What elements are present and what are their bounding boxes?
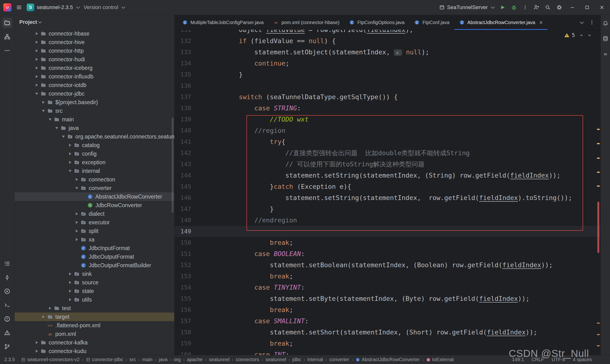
line-number[interactable]: 154 (174, 282, 191, 293)
tree-expander[interactable] (74, 238, 80, 241)
error-stripe[interactable] (596, 30, 600, 355)
code-line-158[interactable]: 158 statement.setShort(statementIndex, (… (174, 326, 600, 338)
code-line-156[interactable]: 156 break; (174, 304, 600, 315)
line-number[interactable]: 135 (174, 69, 191, 80)
tool-button-project[interactable] (2, 18, 12, 28)
tree-expander[interactable] (67, 170, 73, 172)
search-everywhere-icon[interactable] (545, 4, 551, 11)
breadcrumb-item-internal[interactable]: internal (308, 357, 323, 362)
line-number[interactable]: 149 (174, 226, 191, 237)
tree-expander[interactable] (34, 49, 40, 52)
tree-item-main[interactable]: main (14, 115, 174, 124)
line-number[interactable]: 158 (174, 326, 191, 338)
code-line-157[interactable]: 157 case SMALLINT: (174, 315, 600, 326)
breadcrumb-item-apache[interactable]: apache (187, 357, 203, 362)
hidden-tabs-chevron-icon[interactable] (580, 20, 584, 24)
tool-button-structure[interactable] (2, 32, 12, 42)
tree-expander[interactable] (47, 307, 53, 310)
tree-item-sink[interactable]: sink (14, 270, 174, 278)
tree-item-dialect[interactable]: dialect (14, 209, 174, 218)
tree-item-catalog[interactable]: catalog (14, 141, 174, 149)
line-number[interactable]: 148 (174, 215, 191, 226)
breadcrumb-item-org[interactable]: org (174, 357, 181, 362)
tree-item-internal[interactable]: internal (14, 167, 174, 175)
line-number[interactable]: 153 (174, 271, 191, 282)
git-branch-widget[interactable]: 2.3.5 (4, 357, 15, 362)
tree-item-connector-influxdb[interactable]: connector-influxdb (14, 72, 174, 81)
code-line-149[interactable]: 149 (174, 226, 600, 237)
tool-button-branch[interactable] (2, 342, 12, 351)
breadcrumb-item-AbstractJdbcRowConverter[interactable]: CAbstractJdbcRowConverter (355, 357, 419, 362)
code-line-155[interactable]: 155 statement.setByte(statementIndex, (B… (174, 293, 600, 304)
tool-button-run[interactable] (2, 286, 12, 296)
warning-stripe-mark[interactable] (597, 345, 600, 346)
breadcrumb-item-connector-jdbc[interactable]: connector-jdbc (86, 357, 123, 362)
tree-expander[interactable] (34, 350, 40, 352)
line-number[interactable]: 160 (174, 349, 191, 355)
scrollbar-thumb[interactable] (597, 202, 599, 253)
breadcrumb-item-src[interactable]: src (130, 357, 136, 362)
tree-item-executor[interactable]: executor (14, 218, 174, 227)
line-number[interactable]: 133 (174, 47, 191, 58)
maximize-button[interactable] (582, 4, 592, 10)
line-number[interactable]: 150 (174, 237, 191, 248)
code-line-133[interactable]: 133 statement.setObject(statementIndex, … (174, 47, 600, 58)
tree-expander[interactable] (40, 315, 47, 318)
tree-item-connector-jdbc[interactable]: connector-jdbc (14, 89, 174, 98)
tree-expander[interactable] (67, 273, 73, 275)
tree-item-test[interactable]: test (14, 304, 174, 312)
line-number[interactable]: 138 (174, 103, 191, 114)
run-button[interactable] (499, 4, 506, 11)
code-line-142[interactable]: 142 //直接类型强转会出问题 比如double类型就不能转成String (174, 147, 600, 158)
main-menu-icon[interactable] (16, 4, 22, 11)
code-line-143[interactable]: 143 // 可以使用下面的toString解决这种类型问题 (174, 158, 600, 170)
code-line-132[interactable]: 132 if (fieldValue == null) { (174, 35, 600, 47)
tree-expander[interactable] (34, 341, 40, 344)
tree-item-JdbcInputFormat[interactable]: CJdbcInputFormat (14, 244, 174, 252)
tree-scrollbar[interactable] (172, 117, 174, 213)
warning-stripe-mark[interactable] (597, 172, 600, 173)
tree-item-target[interactable]: target (14, 312, 174, 321)
line-number[interactable]: 151 (174, 248, 191, 259)
tree-expander[interactable] (67, 152, 73, 155)
tab-FtpConf.java[interactable]: CFtpConf.java (409, 15, 454, 30)
warning-stripe-mark[interactable] (597, 185, 600, 187)
line-number[interactable]: 146 (174, 192, 191, 203)
tree-expander[interactable] (34, 84, 40, 87)
breadcrumb-item-toExternal[interactable]: mtoExternal (426, 357, 454, 362)
tree-item-org.apache.seatunnel.connectors.seatunnel.jdbc[interactable]: org.apache.seatunnel.connectors.seatunne… (14, 132, 174, 141)
breadcrumb-item-seatunnel[interactable]: seatunnel (209, 357, 230, 362)
tree-expander[interactable] (34, 32, 40, 35)
close-tab-icon[interactable]: × (539, 19, 543, 26)
run-configuration-selector[interactable]: SeaTunnelServer (439, 4, 494, 11)
next-warning-icon[interactable] (587, 33, 592, 38)
code-line-145[interactable]: 145 }catch (Exception e){ (174, 181, 600, 192)
tree-expander[interactable] (67, 290, 73, 292)
tree-expander[interactable] (74, 178, 80, 181)
tool-button-maven-mono[interactable]: m (600, 49, 610, 59)
breadcrumb-item-java[interactable]: java (159, 357, 168, 362)
line-number[interactable]: 136 (174, 80, 191, 91)
line-number[interactable]: 131 (174, 30, 191, 35)
tree-item-JdbcRowConverter[interactable]: IJdbcRowConverter (14, 201, 174, 209)
tree-expander[interactable] (40, 110, 47, 112)
line-number[interactable]: 140 (174, 125, 191, 136)
tree-item-connector-iceberg[interactable]: connector-iceberg (14, 64, 174, 72)
project-panel-header[interactable]: Project (14, 15, 174, 29)
tool-button-database[interactable] (600, 34, 610, 44)
tree-item-java[interactable]: java (14, 124, 174, 132)
breadcrumb-item-seatunnel-connectors-v2[interactable]: seatunnel-connectors-v2 (21, 357, 79, 362)
tree-item-xa[interactable]: xa (14, 235, 174, 244)
line-number[interactable]: 147 (174, 203, 191, 215)
code-line-138[interactable]: 138 case STRING: (174, 103, 600, 114)
tree-item-JdbcOutputFormat[interactable]: CJdbcOutputFormat (14, 252, 174, 261)
code-line-140[interactable]: 140 //region (174, 125, 600, 136)
tree-expander[interactable] (67, 281, 73, 284)
tab-FtpConfigOptions.java[interactable]: CFtpConfigOptions.java (344, 15, 409, 30)
tree-item-converter[interactable]: converter (14, 184, 174, 192)
warning-stripe-mark[interactable] (597, 323, 600, 324)
line-number[interactable]: 145 (174, 181, 191, 192)
code-line-134[interactable]: 134 continue; (174, 58, 600, 69)
code-line-137[interactable]: 137 switch (seaTunnelDataType.getSqlType… (174, 91, 600, 103)
code-line-152[interactable]: 152 statement.setBoolean(statementIndex,… (174, 259, 600, 271)
